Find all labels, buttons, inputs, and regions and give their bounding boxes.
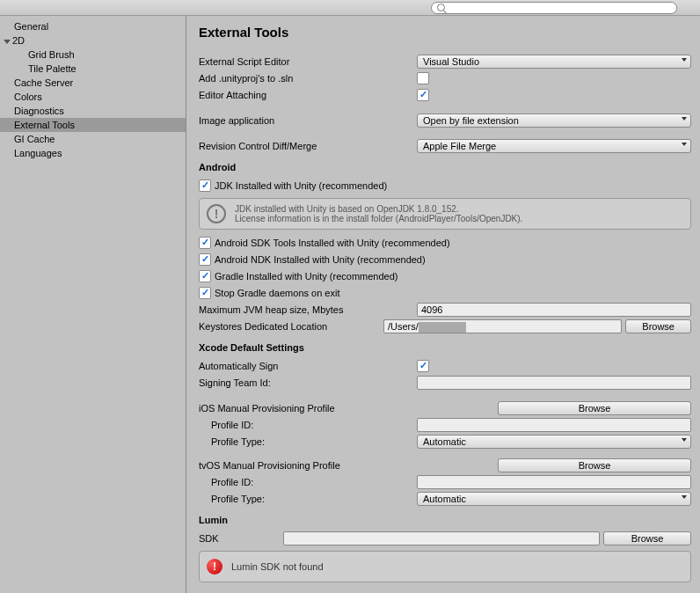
browse-button-tvos-profile[interactable]: Browse <box>498 458 691 472</box>
browse-button-keystore[interactable]: Browse <box>625 319 691 333</box>
browse-button-lumin-sdk[interactable]: Browse <box>603 531 691 545</box>
sidebar-item-gi-cache[interactable]: GI Cache <box>0 132 186 146</box>
redacted-text <box>419 322 466 333</box>
sidebar-item-2d[interactable]: 2D <box>0 33 186 48</box>
heading-xcode: Xcode Default Settings <box>199 342 691 353</box>
sidebar-item-external-tools[interactable]: External Tools <box>0 118 186 132</box>
search-input[interactable] <box>431 2 677 14</box>
heading-lumin: Lumin <box>199 515 691 525</box>
info-line2: License information is in the install fo… <box>235 214 522 223</box>
heading-android: Android <box>199 162 691 172</box>
error-text: Lumin SDK not found <box>231 561 324 572</box>
page-title: External Tools <box>199 25 691 40</box>
checkbox-sdk-tools[interactable]: ✓ <box>199 237 211 249</box>
dropdown-external-script-editor[interactable]: Visual Studio <box>417 55 691 69</box>
input-signing-team[interactable] <box>417 376 691 390</box>
content-pane: External Tools External Script Editor Vi… <box>186 16 700 593</box>
browse-button-ios-profile[interactable]: Browse <box>498 401 691 415</box>
info-box-jdk: ! JDK installed with Unity is based on O… <box>199 198 691 230</box>
dropdown-image-application[interactable]: Open by file extension <box>417 113 691 128</box>
checkbox-gradle[interactable]: ✓ <box>199 270 211 282</box>
label-editor-attaching: Editor Attaching <box>199 90 417 100</box>
label-max-heap: Maximum JVM heap size, Mbytes <box>199 304 417 315</box>
label-stop-gradle: Stop Gradle daemons on exit <box>215 288 339 298</box>
sidebar-item-languages[interactable]: Languages <box>0 146 186 160</box>
label-revision-control: Revision Control Diff/Merge <box>199 141 417 151</box>
input-keystore[interactable]: /Users/ <box>383 319 622 333</box>
sidebar-item-general[interactable]: General <box>0 19 186 33</box>
label-sdk-tools: Android SDK Tools Installed with Unity (… <box>215 238 450 248</box>
error-icon: ! <box>207 559 222 575</box>
info-line1: JDK installed with Unity is based on Ope… <box>235 204 522 214</box>
label-image-application: Image application <box>199 115 417 126</box>
label-gradle: Gradle Installed with Unity (recommended… <box>215 271 397 282</box>
label-ios-profile-type: Profile Type: <box>199 436 417 447</box>
checkbox-add-unityproj[interactable] <box>417 72 429 84</box>
checkbox-ndk[interactable]: ✓ <box>199 253 211 266</box>
toolbar <box>0 0 700 16</box>
sidebar: General 2D Grid Brush Tile Palette Cache… <box>0 16 186 593</box>
label-external-script-editor: External Script Editor <box>199 56 417 67</box>
checkbox-auto-sign[interactable]: ✓ <box>417 360 429 372</box>
dropdown-ios-profile-type[interactable]: Automatic <box>417 435 691 449</box>
label-tvos-profile-id: Profile ID: <box>199 477 417 487</box>
label-tvos-profile-type: Profile Type: <box>199 494 417 504</box>
sidebar-item-tile-palette[interactable]: Tile Palette <box>0 62 186 76</box>
label-auto-sign: Automatically Sign <box>199 361 417 371</box>
heading-tvos-profile: tvOS Manual Provisioning Profile <box>199 460 417 471</box>
dropdown-tvos-profile-type[interactable]: Automatic <box>417 492 691 506</box>
label-add-unityproj: Add .unityproj's to .sln <box>199 73 417 84</box>
checkbox-editor-attaching[interactable]: ✓ <box>417 89 429 101</box>
sidebar-item-colors[interactable]: Colors <box>0 90 186 104</box>
label-ios-profile-id: Profile ID: <box>199 420 417 430</box>
checkbox-jdk[interactable]: ✓ <box>199 179 211 192</box>
input-max-heap[interactable]: 4096 <box>417 303 691 317</box>
label-lumin-sdk: SDK <box>199 533 283 544</box>
sidebar-item-diagnostics[interactable]: Diagnostics <box>0 104 186 118</box>
input-tvos-profile-id[interactable] <box>417 475 691 489</box>
error-box-lumin: ! Lumin SDK not found <box>199 551 691 582</box>
heading-ios-profile: iOS Manual Provisioning Profile <box>199 403 417 414</box>
label-ndk: Android NDK Installed with Unity (recomm… <box>215 254 426 265</box>
sidebar-item-label: 2D <box>12 35 25 46</box>
input-lumin-sdk[interactable] <box>283 531 600 545</box>
dropdown-revision-control[interactable]: Apple File Merge <box>417 139 691 153</box>
search-icon <box>437 4 445 11</box>
input-ios-profile-id[interactable] <box>417 418 691 432</box>
sidebar-item-grid-brush[interactable]: Grid Brush <box>0 48 186 62</box>
label-jdk: JDK Installed with Unity (recommended) <box>215 180 387 191</box>
label-signing-team: Signing Team Id: <box>199 377 417 388</box>
info-icon: ! <box>207 204 226 223</box>
sidebar-item-cache-server[interactable]: Cache Server <box>0 76 186 90</box>
checkbox-stop-gradle[interactable]: ✓ <box>199 287 211 299</box>
label-keystore: Keystores Dedicated Location <box>199 321 383 332</box>
disclosure-triangle-icon <box>4 40 11 44</box>
